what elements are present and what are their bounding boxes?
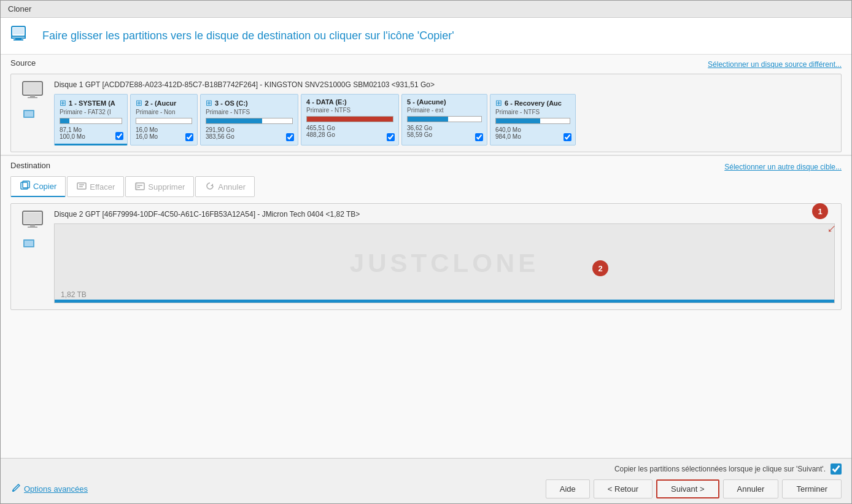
- terminer-button[interactable]: Terminer: [782, 479, 842, 498]
- svg-rect-24: [28, 227, 37, 228]
- source-disk-thumb: [23, 108, 42, 125]
- badge-2: 2: [592, 260, 608, 276]
- aide-button[interactable]: Aide: [546, 479, 590, 498]
- svg-rect-13: [77, 183, 86, 189]
- source-partitions-row: ⊞ 1 - SYSTEM (A Primaire - FAT32 (I 87,1…: [54, 94, 835, 145]
- source-disk-title: Disque 1 GPT [ACDD7E88-A023-412D-85C7-B1…: [54, 80, 835, 89]
- delete-icon: [134, 180, 145, 193]
- partition-5-sizes: 36,62 Go 58,59 Go: [407, 125, 482, 138]
- svg-rect-8: [28, 97, 37, 98]
- copy-option-text: Copier les partitions sélectionnées lors…: [614, 465, 826, 473]
- destination-label: Destination: [10, 161, 50, 170]
- cancel-button[interactable]: Annuler: [195, 176, 255, 197]
- wrench-icon: [10, 483, 20, 495]
- win-icon-1: ⊞: [60, 98, 66, 107]
- svg-rect-10: [25, 111, 33, 117]
- svg-marker-20: [211, 184, 213, 186]
- win-icon-3: ⊞: [206, 98, 212, 107]
- partition-5-checkbox[interactable]: [475, 133, 483, 141]
- destination-empty-area: JUSTCLONE 1,82 TB: [54, 223, 835, 303]
- partition-4-sizes: 465,51 Go 488,28 Go: [306, 125, 393, 138]
- header-banner: Faire glisser les partitions vers le dis…: [1, 18, 851, 55]
- destination-section-header: Destination Sélectionner un autre disque…: [10, 161, 842, 173]
- partition-6-name: 6 - Recovery (Auc: [505, 99, 562, 107]
- svg-rect-26: [25, 241, 33, 246]
- footer-area: Copier les partitions sélectionnées lors…: [1, 458, 851, 503]
- erase-button[interactable]: Effacer: [67, 176, 124, 197]
- source-label: Source: [10, 58, 36, 68]
- svg-rect-3: [15, 38, 21, 39]
- partition-2-type: Primaire - Non: [136, 109, 192, 115]
- partition-1-checkbox[interactable]: [115, 132, 123, 140]
- partition-3: ⊞ 3 - OS (C:) Primaire - NTFS 291,90 Go …: [200, 94, 298, 145]
- partition-4-type: Primaire - NTFS: [306, 107, 393, 114]
- partition-4: 4 - DATA (E:) Primaire - NTFS 465,51 Go …: [301, 94, 399, 145]
- destination-disk-thumb: [23, 238, 42, 254]
- win-icon-6: ⊞: [495, 98, 502, 107]
- svg-rect-19: [136, 183, 137, 190]
- window-title: Cloner: [8, 4, 31, 14]
- svg-rect-22: [24, 212, 41, 223]
- badge-1: 1: [812, 203, 828, 219]
- delete-button[interactable]: Supprimer: [125, 176, 194, 197]
- partition-4-checkbox[interactable]: [387, 133, 395, 141]
- header-instruction: Faire glisser les partitions vers le dis…: [42, 29, 454, 42]
- source-disk-icon-area: [17, 80, 48, 125]
- partition-6-sizes: 640,0 Mo 984,0 Mo: [495, 126, 570, 140]
- buttons-group: Aide < Retour Suivant > Annuler Terminer: [546, 479, 842, 498]
- svg-rect-6: [24, 83, 41, 94]
- source-section: Source Sélectionner un disque source dif…: [1, 55, 851, 155]
- partition-1-type: Primaire - FAT32 (I: [60, 109, 122, 115]
- source-disk-container: Disque 1 GPT [ACDD7E88-A023-412D-85C7-B1…: [10, 74, 842, 152]
- partition-3-name: 3 - OS (C:): [215, 99, 248, 107]
- partition-1-sizes: 87,1 Mo 100,0 Mo: [60, 126, 122, 140]
- select-source-link[interactable]: Sélectionner un disque source différent.…: [708, 60, 842, 69]
- copy-option-checkbox[interactable]: [831, 463, 842, 475]
- partition-2-name: 2 - (Aucur: [145, 99, 176, 107]
- svg-point-27: [12, 490, 14, 492]
- partition-6: ⊞ 6 - Recovery (Auc Primaire - NTFS 640,…: [490, 94, 576, 145]
- source-monitor-icon: [21, 80, 44, 104]
- advanced-options-link[interactable]: Options avancées: [10, 483, 88, 495]
- partition-5: 5 - (Aucune) Primaire - ext 36,62 Go 58,…: [401, 94, 487, 145]
- partition-6-checkbox[interactable]: [563, 133, 571, 141]
- partition-3-sizes: 291,90 Go 383,56 Go: [206, 126, 293, 140]
- destination-disk-title: Disque 2 GPT [46F79994-10DF-4C50-A61C-16…: [54, 210, 835, 219]
- win-icon-2: ⊞: [136, 98, 142, 107]
- svg-rect-2: [12, 36, 25, 38]
- buttons-row: Options avancées Aide < Retour Suivant >…: [10, 479, 842, 498]
- main-window: Cloner Faire glisser les partitions vers…: [0, 0, 852, 504]
- options-label: Options avancées: [24, 484, 88, 494]
- copy-button[interactable]: Copier: [10, 176, 66, 197]
- suivant-button[interactable]: Suivant >: [656, 479, 719, 498]
- source-section-header: Source Sélectionner un disque source dif…: [10, 58, 842, 70]
- destination-disk-content: Disque 2 GPT [46F79994-10DF-4C50-A61C-16…: [54, 210, 835, 303]
- partition-4-name: 4 - DATA (E:): [306, 98, 347, 106]
- partition-6-type: Primaire - NTFS: [495, 109, 570, 115]
- destination-disk-container: Disque 2 GPT [46F79994-10DF-4C50-A61C-16…: [10, 203, 842, 310]
- annuler-button[interactable]: Annuler: [723, 479, 779, 498]
- erase-icon: [76, 180, 87, 193]
- watermark-text: JUSTCLONE: [350, 249, 539, 278]
- retour-button[interactable]: < Retour: [594, 479, 653, 498]
- partition-2-checkbox[interactable]: [185, 133, 193, 141]
- cancel-icon: [204, 180, 215, 193]
- destination-section: Destination Sélectionner un autre disque…: [1, 155, 851, 458]
- partition-3-checkbox[interactable]: [286, 133, 294, 141]
- copy-icon: [20, 180, 31, 193]
- source-disk-info: Disque 1 GPT [ACDD7E88-A023-412D-85C7-B1…: [54, 80, 835, 145]
- svg-rect-23: [30, 225, 35, 227]
- destination-disk-outer: Disque 2 GPT [46F79994-10DF-4C50-A61C-16…: [10, 203, 842, 310]
- partition-2-sizes: 16,0 Mo 16,0 Mo: [136, 126, 192, 140]
- destination-disk-icon-area: [17, 210, 48, 254]
- svg-rect-4: [14, 39, 23, 41]
- destination-progress-bar: [55, 300, 834, 303]
- svg-rect-7: [30, 95, 35, 97]
- destination-monitor-icon: [21, 210, 44, 234]
- select-destination-link[interactable]: Sélectionner un autre disque cible...: [724, 163, 842, 171]
- clone-icon: [10, 24, 34, 48]
- partition-1: ⊞ 1 - SYSTEM (A Primaire - FAT32 (I 87,1…: [54, 94, 128, 145]
- partition-5-name: 5 - (Aucune): [407, 98, 446, 106]
- destination-toolbar: Copier Effacer: [10, 176, 842, 197]
- copy-option-row: Copier les partitions sélectionnées lors…: [10, 463, 842, 475]
